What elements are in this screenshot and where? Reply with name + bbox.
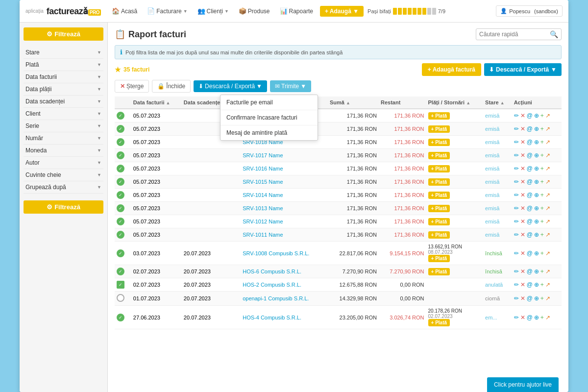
more-icon[interactable]: ↗	[545, 205, 550, 212]
row-checkbox-cell[interactable]: ✓	[115, 306, 126, 329]
copy-icon[interactable]: ⊕	[534, 231, 539, 238]
row-check-icon[interactable]: ✓	[117, 125, 124, 133]
copy-icon[interactable]: ⊕	[534, 125, 539, 132]
at-icon[interactable]: @	[527, 205, 533, 212]
row-check-icon[interactable]: ✓	[117, 178, 124, 186]
row-check-icon[interactable]: ✓	[117, 249, 124, 257]
sidebar-item-plata[interactable]: Plată ▼	[24, 59, 103, 71]
plata-button[interactable]: + Plată	[428, 112, 450, 120]
sidebar-item-data-facturii[interactable]: Data facturii ▼	[24, 71, 103, 83]
at-icon[interactable]: @	[527, 125, 533, 132]
row-check-icon[interactable]: ✓	[117, 231, 124, 239]
sort-suma-icon[interactable]: ▲	[346, 100, 350, 105]
row-checkbox-cell[interactable]: ✓	[115, 189, 126, 202]
th-suma[interactable]: Sumă ▲	[328, 97, 379, 109]
th-plati[interactable]: Plăți / Stornări ▲	[426, 97, 484, 109]
row-checkbox-cell[interactable]: ✓	[115, 228, 126, 242]
edit-icon[interactable]: ✏	[514, 295, 519, 302]
add-icon[interactable]: +	[540, 250, 544, 257]
delete-icon[interactable]: ✕	[520, 281, 525, 288]
serie-link[interactable]: SRV-1012	[243, 219, 267, 224]
add-icon[interactable]: +	[540, 165, 544, 172]
serie-link[interactable]: HOS-6	[243, 269, 259, 274]
plata-button[interactable]: + Plată	[428, 139, 450, 146]
popescu-button[interactable]: 👤 Popescu (sandbox)	[496, 5, 563, 17]
serie-link[interactable]: openapi-1	[243, 295, 267, 301]
more-icon[interactable]: ↗	[545, 231, 550, 238]
serie-link[interactable]: SRV-1013	[243, 205, 267, 211]
row-checkbox-cell[interactable]: ✓	[115, 278, 126, 292]
delete-icon[interactable]: ✕	[520, 178, 525, 185]
nav-facturare[interactable]: 📄 Facturare ▼	[144, 5, 190, 17]
row-checkbox-cell[interactable]: ✓	[115, 215, 126, 228]
row-checkbox-cell[interactable]: ✓	[115, 109, 126, 122]
row-checkbox-cell[interactable]: ✓	[115, 136, 126, 149]
plata-button[interactable]: + Plată	[428, 178, 450, 186]
nav-produse[interactable]: 📦 Produse	[236, 5, 273, 17]
delete-icon[interactable]: ✕	[520, 139, 525, 146]
edit-icon[interactable]: ✏	[514, 205, 519, 212]
row-check-icon[interactable]: ✓	[117, 281, 124, 289]
plata-button[interactable]: + Plată	[428, 152, 450, 159]
at-icon[interactable]: @	[527, 192, 533, 198]
sterge-button[interactable]: ✕ Șterge	[115, 80, 149, 93]
serie-link[interactable]: SRV-1014	[243, 192, 267, 198]
add-icon[interactable]: +	[540, 152, 544, 159]
nav-adauga[interactable]: + Adaugă ▼	[320, 6, 364, 17]
copy-icon[interactable]: ⊕	[534, 281, 539, 288]
edit-icon[interactable]: ✏	[514, 112, 519, 119]
plata-button[interactable]: + Plată	[428, 231, 450, 239]
copy-icon[interactable]: ⊕	[534, 268, 539, 275]
edit-icon[interactable]: ✏	[514, 281, 519, 288]
trimite-button[interactable]: ✉ Trimite ▼	[270, 80, 311, 92]
delete-icon[interactable]: ✕	[520, 295, 525, 302]
row-check-icon[interactable]: ✓	[117, 165, 124, 172]
delete-icon[interactable]: ✕	[520, 205, 525, 212]
nav-rapoarte[interactable]: 📊 Rapoarte	[277, 5, 316, 17]
live-chat-button[interactable]: Click pentru ajutor live	[487, 377, 559, 392]
row-check-icon[interactable]: ✓	[117, 268, 124, 275]
sidebar-item-data-platii[interactable]: Data plății ▼	[24, 83, 103, 96]
at-icon[interactable]: @	[527, 139, 533, 146]
delete-icon[interactable]: ✕	[520, 231, 525, 238]
copy-icon[interactable]: ⊕	[534, 250, 539, 257]
edit-icon[interactable]: ✏	[514, 268, 519, 275]
edit-icon[interactable]: ✏	[514, 231, 519, 238]
row-check-icon[interactable]: ✓	[117, 151, 124, 159]
delete-icon[interactable]: ✕	[520, 192, 525, 198]
nav-acasa[interactable]: 🏠 Acasă	[109, 5, 140, 17]
at-icon[interactable]: @	[527, 314, 533, 321]
row-check-icon[interactable]	[117, 294, 124, 302]
sidebar-item-autor[interactable]: Autor ▼	[24, 157, 103, 169]
edit-icon[interactable]: ✏	[514, 192, 519, 198]
sidebar-item-client[interactable]: Client ▼	[24, 108, 103, 120]
add-icon[interactable]: +	[540, 231, 544, 238]
row-check-icon[interactable]: ✓	[117, 138, 124, 146]
serie-link[interactable]: SRV-1011	[243, 232, 267, 238]
at-icon[interactable]: @	[527, 295, 533, 302]
row-checkbox-cell[interactable]	[115, 292, 126, 306]
at-icon[interactable]: @	[527, 165, 533, 172]
search-box[interactable]: 🔍	[476, 28, 562, 40]
row-check-icon[interactable]: ✓	[117, 191, 124, 199]
dropdown-item-confirmare[interactable]: Confirmare încasare facturi	[220, 110, 318, 125]
sidebar-item-numar[interactable]: Număr ▼	[24, 132, 103, 145]
more-icon[interactable]: ↗	[545, 218, 550, 225]
more-icon[interactable]: ↗	[545, 178, 550, 185]
sort-stare-icon[interactable]: ▲	[500, 100, 505, 105]
row-check-icon[interactable]: ✓	[117, 204, 124, 212]
more-icon[interactable]: ↗	[545, 139, 550, 146]
row-check-icon[interactable]: ✓	[117, 218, 124, 225]
copy-icon[interactable]: ⊕	[534, 178, 539, 185]
add-icon[interactable]: +	[540, 295, 544, 302]
more-icon[interactable]: ↗	[545, 165, 550, 172]
add-factura-button[interactable]: + Adaugă factură	[422, 63, 481, 76]
serie-link[interactable]: HOS-4	[243, 315, 259, 320]
nav-clienti[interactable]: 👥 Clienți ▼	[195, 5, 232, 17]
edit-icon[interactable]: ✏	[514, 218, 519, 225]
more-icon[interactable]: ↗	[545, 281, 550, 288]
sidebar-item-cuvinte[interactable]: Cuvinte cheie ▼	[24, 169, 103, 181]
row-checkbox-cell[interactable]: ✓	[115, 162, 126, 175]
delete-icon[interactable]: ✕	[520, 165, 525, 172]
row-check-icon[interactable]: ✓	[117, 314, 124, 321]
